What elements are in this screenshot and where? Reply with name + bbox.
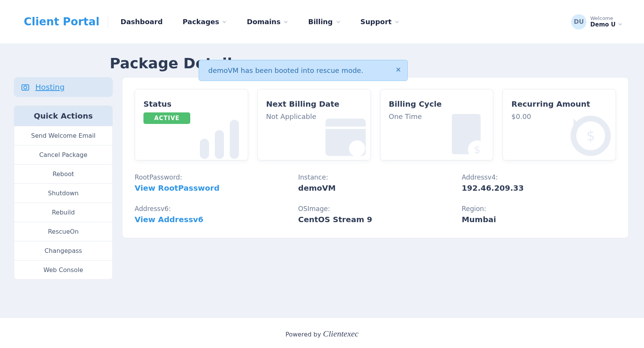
qa-web-console[interactable]: Web Console xyxy=(14,260,112,279)
nav-dashboard[interactable]: Dashboard xyxy=(120,18,163,26)
nav-label: Domains xyxy=(247,18,280,26)
alert-message: demoVM has been booted into rescue mode. xyxy=(208,66,363,74)
quick-actions-title: Quick Actions xyxy=(14,106,112,126)
detail-label: RootPassword: xyxy=(135,173,289,181)
detail-address-v4: Addressv4: 192.46.209.33 xyxy=(462,173,616,193)
svg-text:$: $ xyxy=(586,128,595,143)
card-recurring-amount: Recurring Amount $0.00 $ xyxy=(502,89,616,160)
footer-product[interactable]: Clientexec xyxy=(323,329,359,338)
qa-rebuild[interactable]: Rebuild xyxy=(14,203,112,222)
qa-shutdown[interactable]: Shutdown xyxy=(14,183,112,203)
detail-label: Addressv6: xyxy=(135,205,289,213)
nav-support[interactable]: Support xyxy=(361,18,399,26)
top-bar: Client Portal Dashboard Packages Domains… xyxy=(0,0,644,43)
svg-rect-3 xyxy=(215,130,224,159)
detail-instance: Instance: demoVM xyxy=(298,173,452,193)
site-footer: Powered by Clientexec xyxy=(0,318,644,348)
detail-label: OSImage: xyxy=(298,205,452,213)
footer-powered-by: Powered by xyxy=(285,331,323,338)
nav-label: Dashboard xyxy=(120,18,163,26)
close-icon[interactable]: ✕ xyxy=(395,66,401,74)
detail-value: Mumbai xyxy=(462,215,616,224)
hosting-label: Hosting xyxy=(34,82,64,92)
nav-label: Packages xyxy=(183,18,219,26)
package-panel: Status ACTIVE Next Billing Date Not Appl… xyxy=(122,77,629,238)
detail-value: CentOS Stream 9 xyxy=(298,215,452,224)
chevron-down-icon xyxy=(222,18,227,26)
nav-label: Billing xyxy=(308,18,333,26)
welcome-label: Welcome xyxy=(590,15,623,21)
svg-point-7 xyxy=(349,140,365,157)
user-text: Welcome Demo U xyxy=(590,15,623,28)
view-root-password-link[interactable]: View RootPassword xyxy=(135,183,289,193)
calendar-icon xyxy=(317,107,371,160)
avatar: DU xyxy=(571,14,586,30)
qa-reboot[interactable]: Reboot xyxy=(14,164,112,183)
user-name-text: Demo U xyxy=(590,21,616,28)
quick-actions: Quick Actions Send Welcome Email Cancel … xyxy=(14,106,113,280)
detail-label: Region: xyxy=(462,205,616,213)
detail-address-v6: Addressv6: View Addressv6 xyxy=(135,205,289,224)
detail-grid: RootPassword: View RootPassword Instance… xyxy=(135,173,616,224)
summary-cards: Status ACTIVE Next Billing Date Not Appl… xyxy=(135,89,616,160)
camera-icon xyxy=(21,82,30,92)
svg-rect-2 xyxy=(200,139,209,159)
card-next-billing: Next Billing Date Not Applicable xyxy=(257,89,371,160)
nav-packages[interactable]: Packages xyxy=(183,18,227,26)
recurring-icon: $ xyxy=(562,107,616,160)
nav-label: Support xyxy=(361,18,392,26)
chevron-down-icon xyxy=(283,18,288,26)
svg-point-1 xyxy=(24,86,27,89)
qa-cancel-package[interactable]: Cancel Package xyxy=(14,145,112,164)
detail-label: Instance: xyxy=(298,173,452,181)
chart-icon xyxy=(194,107,248,160)
user-menu[interactable]: DU Welcome Demo U xyxy=(571,14,623,30)
chevron-down-icon xyxy=(336,18,341,26)
svg-rect-4 xyxy=(230,120,239,159)
nav-domains[interactable]: Domains xyxy=(247,18,288,26)
nav-billing[interactable]: Billing xyxy=(308,18,340,26)
brand-logo[interactable]: Client Portal xyxy=(24,15,108,28)
invoice-icon: $ xyxy=(439,107,493,160)
detail-value: 192.46.209.33 xyxy=(462,183,616,193)
card-billing-cycle: Billing Cycle One Time $ xyxy=(380,89,494,160)
qa-send-welcome-email[interactable]: Send Welcome Email xyxy=(14,126,112,145)
chevron-down-icon xyxy=(395,18,399,26)
detail-os-image: OSImage: CentOS Stream 9 xyxy=(298,205,452,224)
chevron-down-icon xyxy=(618,21,623,28)
qa-rescue-on[interactable]: RescueOn xyxy=(14,222,112,241)
toast-alert: demoVM has been booted into rescue mode.… xyxy=(199,60,408,81)
qa-changepass[interactable]: Changepass xyxy=(14,241,112,260)
hosting-link[interactable]: Hosting xyxy=(14,77,113,97)
left-sidebar: Hosting Quick Actions Send Welcome Email… xyxy=(14,77,113,280)
detail-value: demoVM xyxy=(298,183,452,193)
user-name: Demo U xyxy=(590,21,623,28)
card-status: Status ACTIVE xyxy=(135,89,248,160)
main-nav: Dashboard Packages Domains Billing Suppo… xyxy=(120,18,399,26)
detail-root-password: RootPassword: View RootPassword xyxy=(135,173,289,193)
view-address-v6-link[interactable]: View Addressv6 xyxy=(135,215,289,224)
detail-region: Region: Mumbai xyxy=(462,205,616,224)
svg-text:$: $ xyxy=(474,143,481,155)
status-badge: ACTIVE xyxy=(143,112,190,124)
detail-label: Addressv4: xyxy=(462,173,616,181)
